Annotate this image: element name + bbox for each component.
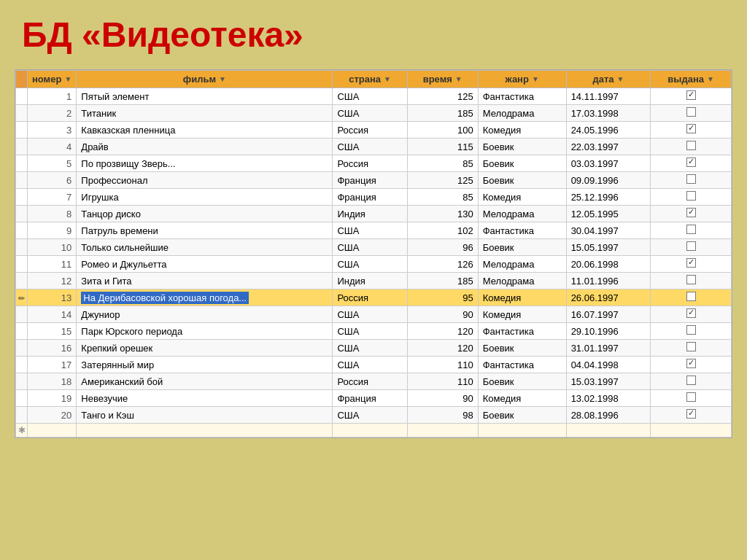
cell-issued[interactable] xyxy=(651,323,732,340)
table-row[interactable]: ✏13На Дерибасовской хорошая погода...Рос… xyxy=(16,289,732,306)
cell-issued[interactable] xyxy=(651,222,732,239)
new-row-cell xyxy=(407,424,478,438)
cell-issued[interactable] xyxy=(651,155,732,172)
table-row[interactable]: 8Танцор дискоИндия130Мелодрама12.05.1995 xyxy=(16,206,732,222)
cell-country: США xyxy=(333,88,407,105)
table-row[interactable]: 15Парк Юрского периодаСША120Фантастика29… xyxy=(16,323,732,340)
row-indicator-cell xyxy=(16,239,28,256)
cell-genre: Мелодрама xyxy=(478,206,566,222)
cell-issued[interactable] xyxy=(651,289,732,306)
table-row[interactable]: 4ДрайвСША115Боевик22.03.1997 xyxy=(16,139,732,155)
cell-date: 11.01.1996 xyxy=(566,273,651,289)
cell-date: 22.03.1997 xyxy=(566,139,651,155)
cell-film: По прозвищу Зверь... xyxy=(77,155,333,172)
table-row[interactable]: 14ДжуниорСША90Комедия16.07.1997 xyxy=(16,306,732,323)
col-header-issued[interactable]: выдана ▼ xyxy=(651,71,732,88)
table-row[interactable]: 2ТитаникСША185Мелодрама17.03.1998 xyxy=(16,105,732,122)
cell-date: 03.03.1997 xyxy=(566,155,651,172)
sort-arrow-number: ▼ xyxy=(64,75,71,83)
row-indicator-cell xyxy=(16,222,28,239)
cell-genre: Боевик xyxy=(478,172,566,189)
table-row[interactable]: 20Танго и КэшСША98Боевик28.08.1996 xyxy=(16,407,732,424)
table-row[interactable]: 16Крепкий орешекСША120Боевик31.01.1997 xyxy=(16,340,732,357)
col-header-country[interactable]: страна ▼ xyxy=(333,71,407,88)
cell-date: 13.02.1998 xyxy=(566,390,651,407)
cell-date: 16.07.1997 xyxy=(566,306,651,323)
col-header-number[interactable]: номер ▼ xyxy=(28,71,77,88)
cell-id: 19 xyxy=(28,390,77,407)
cell-country: США xyxy=(333,222,407,239)
table-header-row: номер ▼ фильм ▼ страна ▼ xyxy=(16,71,732,88)
table-row[interactable]: 19НевезучиеФранция90Комедия13.02.1998 xyxy=(16,390,732,407)
cell-issued[interactable] xyxy=(651,105,732,122)
table-row[interactable]: 12Зита и ГитаИндия185Мелодрама11.01.1996 xyxy=(16,273,732,289)
cell-issued[interactable] xyxy=(651,273,732,289)
row-indicator-header xyxy=(16,71,28,88)
row-indicator-cell xyxy=(16,189,28,206)
cell-time: 90 xyxy=(407,390,478,407)
cell-time: 125 xyxy=(407,88,478,105)
sort-arrow-country: ▼ xyxy=(384,75,391,83)
table-row[interactable]: 5По прозвищу Зверь...Россия85Боевик03.03… xyxy=(16,155,732,172)
cell-issued[interactable] xyxy=(651,189,732,206)
new-row-indicator: ✱ xyxy=(16,424,28,438)
table-row[interactable]: 10Только сильнейшиеСША96Боевик15.05.1997 xyxy=(16,239,732,256)
cell-id: 10 xyxy=(28,239,77,256)
cell-issued[interactable] xyxy=(651,407,732,424)
row-indicator-cell xyxy=(16,105,28,122)
row-indicator-cell xyxy=(16,256,28,273)
cell-country: США xyxy=(333,323,407,340)
cell-genre: Боевик xyxy=(478,239,566,256)
table-row[interactable]: 7ИгрушкаФранция85Комедия25.12.1996 xyxy=(16,189,732,206)
cell-country: Франция xyxy=(333,189,407,206)
col-header-film[interactable]: фильм ▼ xyxy=(77,71,333,88)
cell-issued[interactable] xyxy=(651,306,732,323)
row-indicator-cell xyxy=(16,407,28,424)
cell-issued[interactable] xyxy=(651,340,732,357)
cell-date: 15.03.1997 xyxy=(566,373,651,390)
cell-film: Джуниор xyxy=(77,306,333,323)
col-header-date[interactable]: дата ▼ xyxy=(566,71,651,88)
new-row-cell xyxy=(77,424,333,438)
cell-date: 28.08.1996 xyxy=(566,407,651,424)
cell-date: 20.06.1998 xyxy=(566,256,651,273)
row-indicator-cell xyxy=(16,340,28,357)
cell-country: США xyxy=(333,340,407,357)
table-row[interactable]: 17Затерянный мирСША110Фантастика04.04.19… xyxy=(16,357,732,373)
cell-issued[interactable] xyxy=(651,206,732,222)
cell-time: 98 xyxy=(407,407,478,424)
cell-genre: Фантастика xyxy=(478,222,566,239)
cell-issued[interactable] xyxy=(651,139,732,155)
table-row[interactable]: 1Пятый элементСША125Фантастика14.11.1997 xyxy=(16,88,732,105)
new-row: ✱ xyxy=(16,424,732,438)
cell-country: Франция xyxy=(333,172,407,189)
cell-date: 04.04.1998 xyxy=(566,357,651,373)
table-row[interactable]: 3Кавказская пленницаРоссия100Комедия24.0… xyxy=(16,122,732,139)
cell-id: 16 xyxy=(28,340,77,357)
cell-issued[interactable] xyxy=(651,172,732,189)
cell-film: Ромео и Джульетта xyxy=(77,256,333,273)
cell-time: 110 xyxy=(407,357,478,373)
cell-date: 14.11.1997 xyxy=(566,88,651,105)
row-indicator-cell xyxy=(16,88,28,105)
sort-arrow-film: ▼ xyxy=(219,75,226,83)
cell-issued[interactable] xyxy=(651,239,732,256)
table-row[interactable]: 18Американский бойРоссия110Боевик15.03.1… xyxy=(16,373,732,390)
cell-id: 20 xyxy=(28,407,77,424)
table-row[interactable]: 6ПрофессионалФранция125Боевик09.09.1996 xyxy=(16,172,732,189)
cell-film: Затерянный мир xyxy=(77,357,333,373)
cell-issued[interactable] xyxy=(651,390,732,407)
cell-time: 120 xyxy=(407,340,478,357)
cell-issued[interactable] xyxy=(651,256,732,273)
cell-film: Пятый элемент xyxy=(77,88,333,105)
table-row[interactable]: 9Патруль времениСША102Фантастика30.04.19… xyxy=(16,222,732,239)
cell-issued[interactable] xyxy=(651,122,732,139)
cell-genre: Комедия xyxy=(478,390,566,407)
cell-issued[interactable] xyxy=(651,88,732,105)
col-header-time[interactable]: время ▼ xyxy=(407,71,478,88)
cell-issued[interactable] xyxy=(651,357,732,373)
cell-date: 17.03.1998 xyxy=(566,105,651,122)
table-row[interactable]: 11Ромео и ДжульеттаСША126Мелодрама20.06.… xyxy=(16,256,732,273)
cell-issued[interactable] xyxy=(651,373,732,390)
col-header-genre[interactable]: жанр ▼ xyxy=(478,71,566,88)
